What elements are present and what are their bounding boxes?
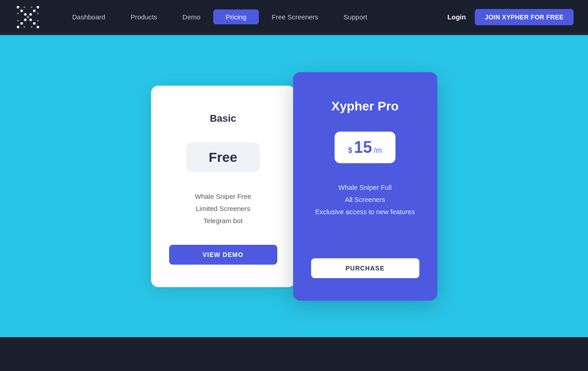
svg-point-20: [31, 26, 32, 28]
svg-point-11: [17, 26, 19, 28]
svg-point-5: [37, 26, 39, 28]
svg-point-6: [37, 6, 39, 9]
nav-item-free-screeners[interactable]: Free Screeners: [259, 9, 331, 24]
pricing-cards: Basic Free Whale Sniper Free Limited Scr…: [151, 86, 437, 287]
svg-point-1: [20, 9, 23, 12]
svg-point-17: [37, 13, 39, 14]
svg-point-18: [37, 20, 39, 22]
nav-links: Dashboard Products Demo Pricing Free Scr…: [60, 9, 447, 24]
pro-features: Whale Sniper Full All Screeners Exclusiv…: [315, 181, 415, 240]
basic-feature-3: Telegram bot: [195, 215, 251, 227]
basic-price-label: Free: [209, 150, 237, 165]
svg-point-0: [17, 6, 19, 9]
svg-point-4: [33, 22, 36, 25]
basic-price-box: Free: [186, 142, 260, 172]
pricing-section: Basic Free Whale Sniper Free Limited Scr…: [0, 35, 588, 337]
login-button[interactable]: Login: [447, 13, 466, 21]
basic-feature-2: Limited Screeners: [195, 202, 251, 215]
nav-item-products[interactable]: Products: [118, 9, 170, 24]
pro-price-number: 15: [354, 138, 372, 157]
svg-point-14: [31, 6, 32, 8]
join-button[interactable]: JOIN XYPHER FOR FREE: [475, 9, 574, 25]
svg-point-16: [17, 20, 19, 22]
svg-point-3: [29, 18, 32, 21]
pro-price-period: /m: [374, 147, 382, 155]
svg-point-9: [24, 18, 27, 21]
basic-card: Basic Free Whale Sniper Free Limited Scr…: [151, 86, 295, 287]
basic-card-title: Basic: [210, 113, 236, 124]
svg-point-7: [33, 9, 36, 12]
nav-item-dashboard[interactable]: Dashboard: [60, 9, 118, 24]
pro-feature-2: All Screeners: [315, 193, 415, 206]
svg-point-19: [23, 26, 25, 28]
pro-card-title: Xypher Pro: [331, 99, 399, 114]
purchase-button[interactable]: PURCHASE: [311, 258, 419, 278]
nav-right: Login JOIN XYPHER FOR FREE: [447, 9, 574, 25]
svg-point-13: [23, 6, 25, 8]
pro-price-symbol: $: [348, 147, 352, 155]
basic-feature-1: Whale Sniper Free: [195, 190, 251, 202]
basic-features: Whale Sniper Free Limited Screeners Tele…: [195, 190, 251, 227]
nav-item-pricing[interactable]: Pricing: [213, 9, 259, 24]
nav-item-demo[interactable]: Demo: [170, 9, 213, 24]
pro-card: Xypher Pro $ 15 /m Whale Sniper Full All…: [293, 72, 437, 301]
logo[interactable]: [14, 4, 41, 31]
pro-price-box: $ 15 /m: [335, 132, 395, 163]
svg-point-8: [29, 13, 32, 16]
pro-feature-3: Exclusive access to new features: [315, 206, 415, 218]
svg-point-2: [24, 13, 27, 16]
svg-point-12: [27, 16, 29, 18]
nav-item-support[interactable]: Support: [331, 9, 380, 24]
svg-point-15: [17, 13, 19, 14]
view-demo-button[interactable]: VIEW DEMO: [169, 245, 277, 265]
svg-point-10: [20, 22, 23, 25]
navbar: Dashboard Products Demo Pricing Free Scr…: [0, 0, 588, 34]
pro-feature-1: Whale Sniper Full: [315, 181, 415, 193]
